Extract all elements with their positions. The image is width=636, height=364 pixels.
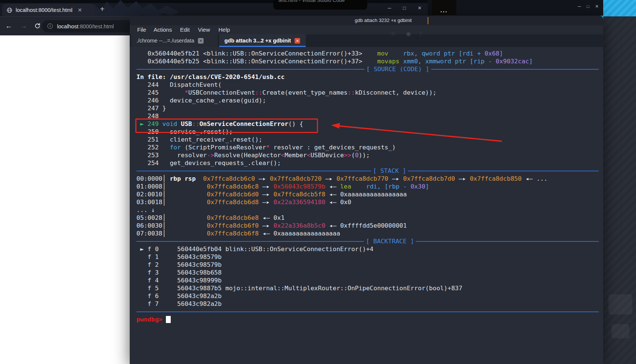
terminal-line: 0x560440e5fb21 <blink::USB::OnServiceCon… [136,50,600,57]
background-window-controls: ─ □ ✕ [578,3,603,9]
titlebar-tick [428,17,428,24]
maximize-icon[interactable]: □ [587,4,589,9]
terminal-line [136,308,600,316]
tooltip-text: test.html - Visual Studio Code [278,0,345,3]
annotation-highlight-box [135,118,318,133]
background-window-right [603,16,636,364]
terminal-tab-label: gdb attach 3...2 +x gdbinit [224,38,291,44]
terminal-line: 244 DispatchEvent( [136,81,600,89]
terminal-line: 00:0000│ rbp rsp 0x7ffca8dcb6c0 —▸ 0x7ff… [136,175,600,183]
terminal-window: gdb attach 3232 +x gdbinit File Actions … [130,16,603,364]
menu-help[interactable]: Help [218,26,230,33]
ghost-kebab-icon: ⋮ [418,31,424,37]
terminal-line: f 1 56043c98579b [136,253,600,261]
terminal-line: [ BACKTRACE ] [136,237,600,245]
menu-file[interactable]: File [137,26,146,33]
terminal-line: ... ↓ [136,206,600,214]
terminal-tabbar: ./chrome --...=./userdata ✕ gdb attach 3… [130,34,603,47]
terminal-titlebar[interactable]: gdb attach 3232 +x gdbinit [130,16,603,25]
terminal-line: f 3 56043c98b658 [136,269,600,276]
ghost-star-icon: ☆ [391,31,396,37]
terminal-cursor[interactable] [166,316,171,323]
background-window-panel [611,324,629,338]
ghost-avatar-icon: ◉ [406,31,411,37]
forward-icon[interactable]: → [20,22,27,30]
menu-view[interactable]: View [198,26,210,33]
terminal-line: 0x560440e5fb25 <blink::USB::OnServiceCon… [136,57,600,65]
section-label: [ BACKTRACE ] [364,237,416,245]
terminal-line: 02:0010│ 0x7ffca8dcb6d0 —▸ 0x7ffca8dcb5f… [136,190,600,198]
terminal-line: 01:0008│ 0x7ffca8dcb6c8 —▸ 0x56043c98579… [136,183,600,190]
terminal-line: In file: /usr/class/CVE-2020-6541/usb.cc [136,73,600,81]
terminal-line: 06:0030│ 0x7ffca8dcb6f0 —▸ 0x22a336a8b5c… [136,222,600,230]
background-window-edge: ... [432,0,456,15]
terminal-line: 246 device_cache_.erase(guid); [136,96,600,104]
pwndbg-prompt: pwndbg> [136,316,163,323]
terminal-line: 247 } [136,104,600,112]
minimize-icon[interactable]: ─ [388,5,391,11]
terminal-line: f 4 56043c98999b [136,276,600,284]
url-text: localhost:8000/test.html [57,23,114,29]
section-label: [ SOURCE (CODE) ] [365,65,431,73]
site-info-icon[interactable]: ⓘ [47,23,53,30]
browser-tab-title: localhost:8000/test.html [16,7,72,13]
terminal-line: f 7 56043c982a2b [136,300,600,308]
terminal-line: [ STACK ] [136,167,600,175]
terminal-menubar: File Actions Edit View Help [130,25,603,34]
new-tab-button[interactable]: + [100,4,104,13]
window-title-tooltip: test.html - Visual Studio Code [273,0,367,10]
browser-tab[interactable]: localhost:8000/test.html ✕ [2,4,95,16]
globe-icon [7,7,12,13]
terminal-tab-gdb[interactable]: gdb attach 3...2 +x gdbinit ✕ [219,34,306,47]
background-window-panel [608,294,632,314]
terminal-line: 254 get_devices_requests_.clear(); [136,159,600,167]
back-icon[interactable]: ← [5,22,12,30]
terminal-line: f 2 56043c98579b [136,261,600,269]
terminal-line: 253 resolver->Resolve(HeapVector<Member<… [136,151,600,159]
close-icon[interactable]: ✕ [418,5,422,11]
terminal-line: f 5 56043c9887b5 mojo::internal::Multipl… [136,284,600,292]
terminal-line: [ SOURCE (CODE) ] [136,65,600,73]
terminal-line: 245 *USBConnectionEvent::Create(event_ty… [136,89,600,96]
terminal-line: 03:0018│ 0x7ffca8dcb6d8 —▸ 0x22a33659418… [136,198,600,206]
terminal-line: f 6 56043c982a2b [136,292,600,300]
terminal-tab-label: ./chrome --...=./userdata [136,38,194,44]
tab-close-icon[interactable]: ✕ [78,7,82,13]
maximize-icon[interactable]: □ [403,5,406,11]
menu-edit[interactable]: Edit [180,26,190,33]
terminal-line: 07:0038│ 0x7ffca8dcb6f8 ◂— 0xaaaaaaaaaaa… [136,230,600,237]
menu-actions[interactable]: Actions [154,26,172,33]
terminal-output[interactable]: 0x560440e5fb21 <blink::USB::OnServiceCon… [130,47,603,364]
terminal-line: pwndbg> [136,316,600,323]
minimize-icon[interactable]: ─ [578,4,581,9]
close-icon[interactable]: ✕ [595,4,599,9]
browser-window-controls: ─ □ ✕ [388,5,432,11]
reload-icon[interactable] [34,23,41,29]
terminal-line: 252 for (ScriptPromiseResolver* resolver… [136,143,600,151]
annotation-arrow [328,122,507,144]
terminal-line: ► f 0 560440e5fb04 blink::USB::OnService… [136,245,600,253]
section-label: [ STACK ] [371,167,408,175]
tab-close-icon[interactable]: ✕ [198,38,204,44]
terminal-tab-chrome[interactable]: ./chrome --...=./userdata ✕ [131,34,218,47]
overflow-menu-icon[interactable]: ... [440,7,448,14]
terminal-line: 05:0028│ 0x7ffca8dcb6e8 ◂— 0x1 [136,214,600,222]
terminal-title: gdb attach 3232 +x gdbinit [355,18,412,23]
tab-close-icon[interactable]: ✕ [295,38,300,44]
